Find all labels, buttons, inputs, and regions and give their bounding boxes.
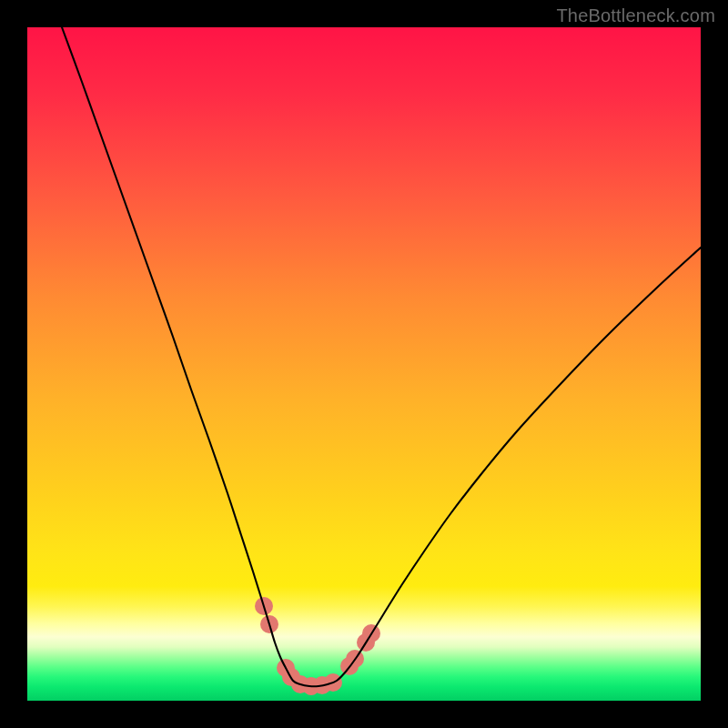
markers-group — [255, 597, 380, 695]
chart-svg — [27, 27, 701, 701]
v-curve — [62, 27, 701, 686]
plot-area — [27, 27, 701, 701]
watermark-text: TheBottleneck.com — [556, 5, 715, 26]
chart-frame: TheBottleneck.com — [0, 0, 728, 728]
